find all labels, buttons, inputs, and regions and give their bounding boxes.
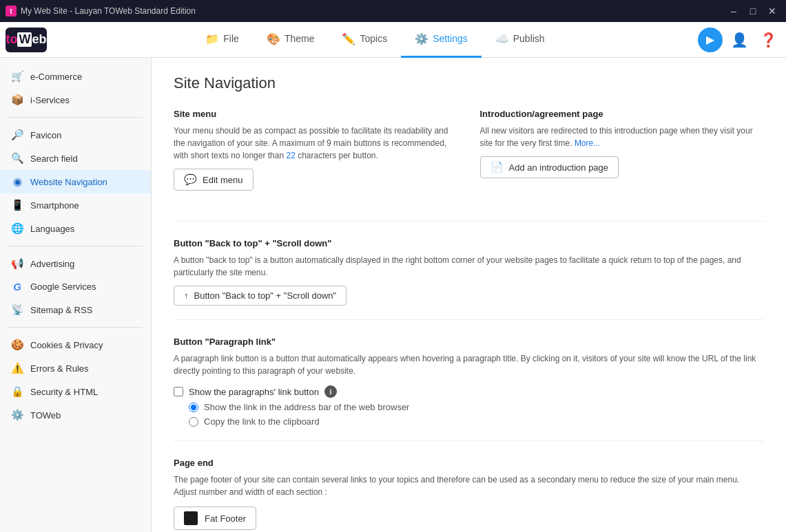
ecommerce-icon: 🛒 (11, 70, 23, 83)
file-icon: 📁 (205, 32, 219, 45)
sidebar-divider-2 (8, 246, 143, 246)
favicon-icon: 🔎 (11, 129, 23, 141)
topics-icon: ✏️ (342, 32, 355, 45)
page-end-description: The page footer of your site can contain… (174, 474, 764, 498)
fat-footer-button[interactable]: Fat Footer (174, 507, 256, 530)
back-to-top-button[interactable]: ↑ Button "Back to top" + "Scroll down" (174, 286, 347, 306)
advertising-icon: 📢 (11, 257, 23, 270)
sidebar-divider-1 (8, 117, 143, 118)
show-paragraphs-checkbox[interactable] (174, 387, 183, 396)
edit-menu-button[interactable]: 💬 Edit menu (174, 169, 254, 191)
fat-footer-icon (184, 511, 198, 525)
sidebar-item-iservices-label: i-Services (30, 95, 70, 105)
sidebar-group-3: 📢 Advertising G Google Services 📡 Sitema… (0, 251, 151, 323)
intro-page-col: Introduction/agreement page All new visi… (480, 109, 765, 191)
two-col-top: Site menu Your menu should be as compact… (174, 109, 764, 191)
sidebar-group-4: 🍪 Cookies & Privacy ⚠️ Errors & Rules 🔒 … (0, 332, 151, 428)
sidebar-item-websitenavigation-label: Website Navigation (30, 177, 107, 187)
close-button[interactable]: ✕ (764, 4, 780, 18)
errorsrules-icon: ⚠️ (11, 362, 23, 374)
theme-icon: 🎨 (267, 32, 280, 45)
tab-topics-label: Topics (360, 33, 387, 44)
websitenavigation-icon: ◉ (11, 175, 23, 188)
sidebar-item-favicon[interactable]: 🔎 Favicon (0, 123, 151, 147)
footer-buttons: Fat Footer Small Footer (174, 507, 764, 532)
sidebar-item-websitenavigation[interactable]: ◉ Website Navigation (0, 170, 151, 193)
radio-clipboard-label: Copy the link to the clipboard (204, 416, 320, 427)
toweb-icon: ⚙️ (11, 409, 23, 421)
tab-topics[interactable]: ✏️ Topics (328, 22, 401, 58)
radio-row-1: Show the link in the address bar of the … (189, 402, 764, 412)
sidebar-item-iservices[interactable]: 📦 i-Services (0, 88, 151, 111)
back-to-top-label: Button "Back to top" + "Scroll down" (194, 290, 337, 301)
play-button[interactable]: ▶ (698, 28, 723, 52)
main-layout: 🛒 e-Commerce 📦 i-Services 🔎 Favicon 🔍 Se… (0, 58, 786, 532)
page-title: Site Navigation (174, 74, 764, 92)
add-intro-icon: 📄 (490, 161, 504, 173)
app-icon: t (6, 6, 17, 17)
radio-address-bar[interactable] (189, 403, 198, 412)
sidebar-item-languages[interactable]: 🌐 Languages (0, 217, 151, 240)
sidebar-item-ecommerce[interactable]: 🛒 e-Commerce (0, 65, 151, 88)
tab-theme[interactable]: 🎨 Theme (253, 22, 329, 58)
window-controls: – □ ✕ (725, 4, 780, 18)
menu-bar: toWeb 📁 File 🎨 Theme ✏️ Topics ⚙️ Settin… (0, 22, 786, 58)
sidebar-item-errorsrules[interactable]: ⚠️ Errors & Rules (0, 357, 151, 380)
sidebar-item-ecommerce-label: e-Commerce (30, 72, 82, 82)
show-paragraphs-row: Show the paragraphs' link button i (174, 385, 764, 398)
characters-link[interactable]: 22 (286, 151, 295, 160)
maximize-button[interactable]: □ (745, 4, 761, 18)
radio-clipboard[interactable] (189, 417, 198, 427)
sidebar-divider-3 (8, 327, 143, 328)
searchfield-icon: 🔍 (11, 152, 23, 164)
paragraph-link-section: Button "Paragraph link" A paragraph link… (174, 337, 764, 441)
content-area: Site Navigation Site menu Your menu shou… (152, 58, 786, 532)
tab-publish[interactable]: ☁️ Publish (482, 22, 559, 58)
tab-file[interactable]: 📁 File (192, 22, 253, 58)
help-button[interactable]: ❓ (757, 28, 780, 52)
page-end-section: Page end The page footer of your site ca… (174, 458, 764, 532)
site-menu-description: Your menu should be as compact as possib… (174, 125, 458, 162)
sidebar-item-googleservices[interactable]: G Google Services (0, 275, 151, 298)
tab-theme-label: Theme (285, 33, 315, 44)
edit-menu-icon: 💬 (184, 173, 197, 186)
user-button[interactable]: 👤 (728, 28, 752, 52)
sidebar-item-errorsrules-label: Errors & Rules (30, 363, 89, 374)
add-intro-page-button[interactable]: 📄 Add an introduction page (480, 156, 619, 178)
sidebar-item-cookiesprivacy-label: Cookies & Privacy (30, 340, 103, 350)
smartphone-icon: 📱 (11, 199, 23, 211)
logo-box: toWeb (6, 28, 47, 52)
sidebar-item-languages-label: Languages (30, 224, 74, 234)
intro-page-heading: Introduction/agreement page (480, 109, 765, 119)
top-section: Site menu Your menu should be as compact… (174, 109, 764, 222)
radio-address-bar-label: Show the link in the address bar of the … (204, 402, 409, 412)
sidebar-item-cookiesprivacy[interactable]: 🍪 Cookies & Privacy (0, 333, 151, 357)
sitemapRSS-icon: 📡 (11, 304, 23, 316)
sidebar-item-securityhtml[interactable]: 🔒 Security & HTML (0, 380, 151, 403)
paragraph-link-heading: Button "Paragraph link" (174, 337, 764, 347)
logo-web: W (17, 32, 32, 47)
nav-tabs: 📁 File 🎨 Theme ✏️ Topics ⚙️ Settings ☁️ … (192, 22, 558, 58)
fat-footer-label: Fat Footer (205, 513, 246, 524)
radio-group: Show the link in the address bar of the … (174, 402, 764, 427)
info-icon[interactable]: i (324, 385, 337, 398)
sidebar-item-favicon-label: Favicon (30, 130, 62, 140)
window-title: My Web Site - Lauyan TOWeb Standard Edit… (21, 6, 196, 16)
publish-icon: ☁️ (495, 32, 509, 45)
more-link[interactable]: More... (575, 138, 600, 148)
sidebar-item-advertising[interactable]: 📢 Advertising (0, 252, 151, 275)
tab-file-label: File (223, 33, 239, 44)
radio-row-2: Copy the link to the clipboard (189, 416, 764, 427)
sidebar-item-sitemapRSS[interactable]: 📡 Sitemap & RSS (0, 298, 151, 321)
sidebar-item-toweb[interactable]: ⚙️ TOWeb (0, 403, 151, 427)
securityhtml-icon: 🔒 (11, 385, 23, 398)
edit-menu-label: Edit menu (203, 175, 243, 185)
add-intro-label: Add an introduction page (509, 162, 609, 173)
site-menu-heading: Site menu (174, 109, 458, 119)
minimize-button[interactable]: – (725, 4, 742, 18)
sidebar-item-searchfield[interactable]: 🔍 Search field (0, 147, 151, 170)
tab-settings[interactable]: ⚙️ Settings (401, 22, 482, 58)
sidebar-item-smartphone[interactable]: 📱 Smartphone (0, 193, 151, 217)
back-to-top-description: A button "back to top" is a button autom… (174, 254, 764, 279)
languages-icon: 🌐 (11, 222, 23, 235)
